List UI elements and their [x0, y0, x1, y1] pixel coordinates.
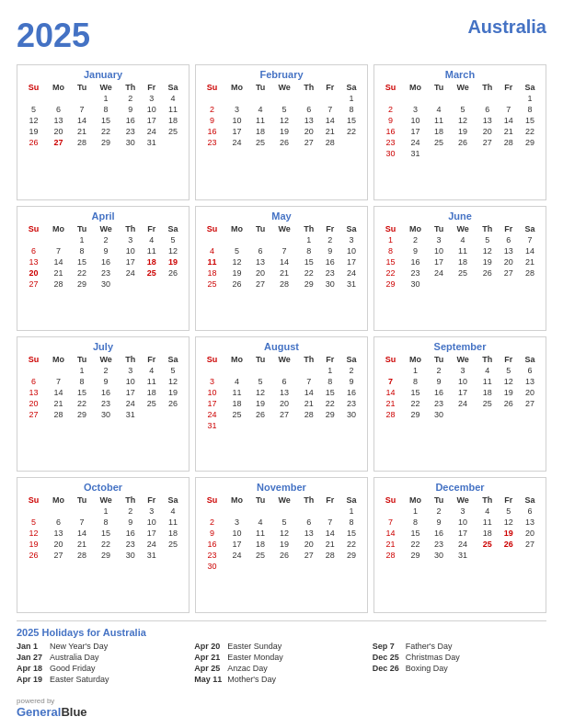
- calendar-day: 25: [429, 137, 450, 148]
- calendar-day: 28: [320, 550, 340, 561]
- calendar-day: 27: [45, 550, 72, 561]
- calendar-table: SuMoTuWeThFrSa12345678910111213141516171…: [201, 354, 362, 431]
- calendar-day: [298, 365, 320, 376]
- calendar-day: 8: [92, 517, 119, 528]
- calendar-day: [449, 148, 476, 159]
- calendar-day: 20: [298, 539, 320, 550]
- weekday-header: Su: [379, 495, 402, 506]
- weekday-header: Th: [477, 223, 499, 234]
- weekday-header: Su: [22, 354, 45, 365]
- calendar-day: 21: [519, 256, 541, 267]
- calendar-day: 13: [270, 387, 297, 398]
- calendar-day: 11: [477, 376, 499, 387]
- calendar-day: 31: [201, 420, 224, 431]
- weekday-header: We: [92, 223, 119, 234]
- calendar-day: 19: [250, 398, 271, 409]
- calendar-day: 24: [224, 550, 250, 561]
- calendar-day: 14: [379, 387, 402, 398]
- calendar-day: 16: [92, 256, 119, 267]
- calendar-table: SuMoTuWeThFrSa12345678910111213141516171…: [201, 223, 362, 290]
- holiday-column: Sep 7Father's DayDec 25Christmas DayDec …: [373, 642, 546, 686]
- holiday-column: Apr 20Easter SundayApr 21Easter MondayAp…: [194, 642, 368, 686]
- calendar-day: 18: [449, 256, 476, 267]
- holiday-name: Good Friday: [50, 664, 96, 673]
- calendar-table: SuMoTuWeThFrSa12345678910111213141516171…: [201, 495, 362, 572]
- calendar-day: 19: [270, 126, 297, 137]
- calendar-day: 27: [477, 137, 499, 148]
- calendar-day: 2: [120, 93, 142, 104]
- weekday-header: Sa: [340, 223, 362, 234]
- weekday-header: We: [270, 82, 297, 93]
- calendar-day: 30: [92, 409, 119, 420]
- calendar-day: 2: [320, 234, 340, 245]
- calendar-day: [298, 506, 320, 517]
- calendar-day: 20: [45, 126, 72, 137]
- calendar-day: 28: [499, 137, 519, 148]
- calendar-day: 14: [519, 245, 541, 256]
- calendar-day: 24: [340, 267, 362, 279]
- calendar-day: 23: [201, 137, 224, 148]
- calendar-day: [162, 279, 184, 290]
- calendar-day: 28: [320, 137, 340, 148]
- calendar-day: 5: [250, 376, 271, 387]
- calendar-day: 30: [120, 137, 142, 148]
- calendar-day: 7: [379, 376, 402, 387]
- calendar-day: 4: [224, 376, 250, 387]
- calendar-day: 3: [120, 234, 142, 245]
- calendar-day: 29: [519, 137, 541, 148]
- weekday-header: Tu: [250, 223, 271, 234]
- weekday-header: Th: [298, 495, 320, 506]
- calendar-day: 22: [72, 267, 93, 279]
- calendar-day: 29: [72, 409, 93, 420]
- calendar-day: 8: [379, 245, 402, 256]
- calendar-day: 21: [499, 126, 519, 137]
- holiday-entry: May 11Mother's Day: [194, 675, 368, 684]
- calendar-day: [519, 148, 541, 159]
- calendar-day: 4: [162, 506, 184, 517]
- calendar-day: 6: [519, 365, 541, 376]
- holiday-name: Boxing Day: [406, 664, 448, 673]
- weekday-header: Fr: [320, 495, 340, 506]
- calendar-day: [519, 279, 541, 290]
- holiday-entry: Jan 27Australia Day: [17, 653, 190, 662]
- calendar-day: 7: [298, 376, 320, 387]
- calendar-day: 19: [477, 256, 499, 267]
- calendar-day: 10: [201, 387, 224, 398]
- holiday-date: Dec 25: [373, 653, 402, 662]
- month-name: December: [379, 482, 541, 493]
- month-name: February: [201, 69, 362, 80]
- calendar-table: SuMoTuWeThFrSa12345678910111213141516171…: [22, 354, 184, 420]
- calendar-day: [162, 137, 184, 148]
- calendar-day: 30: [402, 279, 429, 290]
- calendar-day: 31: [142, 550, 162, 561]
- calendar-day: 11: [429, 115, 450, 126]
- calendar-day: 4: [162, 93, 184, 104]
- weekday-header: Su: [379, 223, 402, 234]
- calendar-day: [449, 279, 476, 290]
- calendar-day: 1: [92, 93, 119, 104]
- month-name: November: [201, 482, 362, 493]
- calendar-day: 6: [22, 245, 45, 256]
- weekday-header: Sa: [340, 354, 362, 365]
- calendar-day: 3: [120, 365, 142, 376]
- calendar-day: 23: [402, 267, 429, 279]
- calendar-day: 18: [429, 126, 450, 137]
- weekday-header: Sa: [162, 354, 184, 365]
- weekday-header: Mo: [224, 354, 250, 365]
- calendar-day: 25: [250, 137, 271, 148]
- weekday-header: We: [449, 354, 476, 365]
- calendar-day: 18: [142, 387, 162, 398]
- calendar-day: 22: [72, 398, 93, 409]
- calendar-day: 24: [449, 539, 476, 550]
- holidays-section: 2025 Holidays for Australia Jan 1New Yea…: [17, 620, 546, 686]
- calendar-day: [449, 93, 476, 104]
- calendar-day: 17: [402, 126, 429, 137]
- calendar-day: 9: [429, 517, 450, 528]
- calendar-table: SuMoTuWeThFrSa12345678910111213141516171…: [22, 495, 184, 561]
- calendar-day: 2: [92, 365, 119, 376]
- calendar-day: 13: [519, 376, 541, 387]
- weekday-header: Su: [379, 354, 402, 365]
- calendar-day: 24: [402, 137, 429, 148]
- calendar-day: [270, 561, 297, 572]
- calendar-day: 3: [201, 376, 224, 387]
